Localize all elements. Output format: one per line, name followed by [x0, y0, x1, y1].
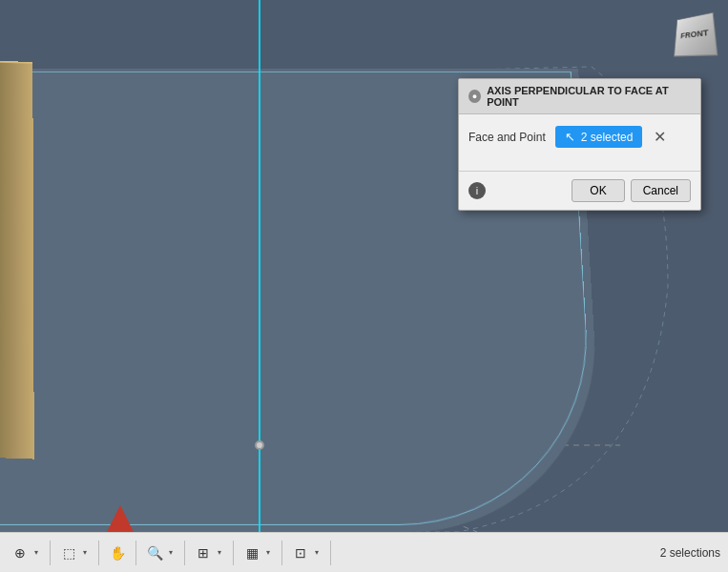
- axis-dialog: ● AXIS PERPENDICULAR TO FACE AT POINT Fa…: [458, 78, 701, 211]
- info-button[interactable]: i: [468, 182, 486, 199]
- toolbar-btn-cross[interactable]: ⊕: [8, 541, 32, 565]
- selected-count: 2 selected: [581, 131, 634, 144]
- center-point: [255, 440, 264, 450]
- toolbar-dropdown-7[interactable]: ▾: [315, 548, 324, 557]
- toolbar-group-6: ▦ ▾: [239, 541, 282, 565]
- dialog-title-icon: ●: [468, 90, 481, 103]
- bottom-toolbar: ⊕ ▾ ⬚ ▾ ✋ 🔍 ▾ ⊞ ▾ ▦ ▾ ⊡ ▾ 2 selections: [0, 532, 728, 572]
- 3d-viewport[interactable]: FRONT ● AXIS PERPENDICULAR TO FACE AT PO…: [0, 0, 728, 572]
- dialog-footer: i OK Cancel: [459, 171, 700, 210]
- dialog-title-text: AXIS PERPENDICULAR TO FACE AT POINT: [487, 85, 691, 108]
- nav-cube[interactable]: FRONT: [667, 8, 720, 61]
- face-and-point-row: Face and Point ↖ 2 selected ✕: [468, 126, 691, 148]
- toolbar-group-7: ⊡ ▾: [288, 541, 331, 565]
- clear-selection-button[interactable]: ✕: [652, 130, 668, 145]
- toolbar-btn-view2[interactable]: ▦: [239, 541, 264, 565]
- toolbar-dropdown-6[interactable]: ▾: [266, 548, 276, 557]
- toolbar-btn-pan[interactable]: ✋: [105, 541, 130, 565]
- selected-badge[interactable]: ↖ 2 selected: [555, 126, 643, 148]
- nav-cube-face: FRONT: [674, 12, 718, 56]
- face-and-point-label: Face and Point: [468, 131, 546, 144]
- nav-cube-label: FRONT: [680, 28, 709, 40]
- toolbar-group-3: ✋: [105, 541, 136, 565]
- toolbar-btn-zoom[interactable]: 🔍: [142, 541, 167, 565]
- toolbar-dropdown-5[interactable]: ▾: [218, 548, 227, 557]
- toolbar-dropdown-1[interactable]: ▾: [34, 548, 44, 557]
- dialog-buttons: OK Cancel: [572, 179, 691, 202]
- toolbar-dropdown-4[interactable]: ▾: [169, 548, 178, 557]
- toolbar-dropdown-2[interactable]: ▾: [83, 548, 93, 557]
- axis-line-vertical: [259, 0, 260, 572]
- dialog-title-bar: ● AXIS PERPENDICULAR TO FACE AT POINT: [459, 79, 700, 114]
- toolbar-btn-view1[interactable]: ⊞: [191, 541, 216, 565]
- toolbar-btn-grid[interactable]: ⬚: [56, 541, 81, 565]
- ok-button[interactable]: OK: [572, 179, 624, 202]
- toolbar-group-2: ⬚ ▾: [56, 541, 99, 565]
- dialog-body: Face and Point ↖ 2 selected ✕: [459, 114, 700, 167]
- toolbar-group-4: 🔍 ▾: [142, 541, 185, 565]
- toolbar-btn-display[interactable]: ⊡: [288, 541, 313, 565]
- cursor-icon: ↖: [565, 130, 575, 144]
- cancel-button[interactable]: Cancel: [631, 179, 691, 202]
- status-selections: 2 selections: [660, 546, 720, 560]
- toolbar-group-5: ⊞ ▾: [191, 541, 234, 565]
- toolbar-group-1: ⊕ ▾: [8, 541, 51, 565]
- gold-edge-strip: [0, 61, 34, 460]
